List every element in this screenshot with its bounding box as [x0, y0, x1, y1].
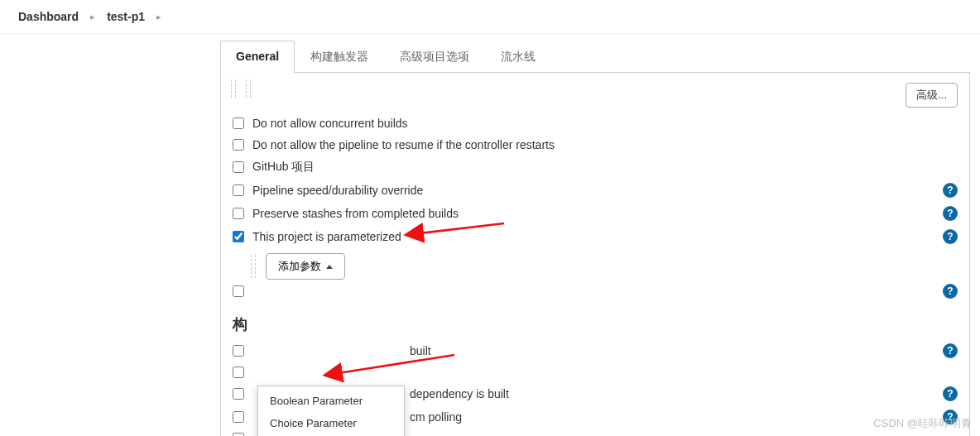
label-preserve-stashes[interactable]: Preserve stashes from completed builds [252, 207, 459, 220]
checkbox-hidden-dep-built[interactable] [233, 388, 244, 400]
label-parameterized[interactable]: This project is parameterized [252, 230, 401, 243]
option-no-resume: Do not allow the pipeline to resume if t… [233, 134, 958, 156]
checkbox-no-concurrent[interactable] [233, 117, 244, 129]
option-speed-override: Pipeline speed/durability override ? [233, 179, 958, 202]
checkbox-parameterized[interactable] [233, 231, 244, 242]
add-parameter-label: 添加参数 [278, 259, 321, 274]
label-no-concurrent[interactable]: Do not allow concurrent builds [252, 117, 408, 130]
drag-handle-icon[interactable] [251, 255, 256, 278]
checkbox-hidden-spacer[interactable] [233, 367, 244, 378]
drag-handle-icon[interactable] [231, 79, 251, 98]
help-icon[interactable]: ? [943, 206, 958, 221]
checkbox-hidden-1[interactable] [233, 285, 244, 297]
help-icon[interactable]: ? [943, 229, 958, 244]
option-parameterized: This project is parameterized ? [233, 225, 958, 248]
chevron-right-icon: ▸ [156, 12, 161, 22]
add-parameter-dropdown: Boolean Parameter Choice Parameter File … [257, 386, 405, 436]
checkbox-hidden-scm-polling[interactable] [233, 411, 244, 423]
help-icon[interactable]: ? [943, 343, 958, 358]
lower-block: ? 构 built ? dependency is built ? cm pol… [233, 280, 958, 436]
caret-up-icon [326, 265, 333, 269]
watermark: CSDN @哇咔咔明青 [873, 416, 972, 431]
checkbox-github-project[interactable] [233, 161, 244, 173]
option-preserve-stashes: Preserve stashes from completed builds ? [233, 202, 958, 225]
label-speed-override[interactable]: Pipeline speed/durability override [252, 184, 423, 197]
checkbox-preserve-stashes[interactable] [233, 208, 244, 219]
advanced-row: 高级... [233, 83, 958, 108]
label-no-resume[interactable]: Do not allow the pipeline to resume if t… [252, 138, 555, 151]
breadcrumb: Dashboard ▸ test-p1 ▸ [0, 0, 980, 34]
config-content: General 构建触发器 高级项目选项 流水线 高级... Do not al… [0, 34, 980, 436]
label-github-project[interactable]: GitHub 项目 [252, 160, 315, 175]
breadcrumb-dashboard[interactable]: Dashboard [13, 7, 84, 26]
label-hidden-scm-polling: cm polling [410, 410, 462, 424]
option-no-concurrent: Do not allow concurrent builds [233, 113, 958, 134]
checkbox-no-resume[interactable] [233, 139, 244, 151]
tab-general[interactable]: General [220, 41, 295, 73]
label-hidden-dep-built: dependency is built [410, 387, 509, 400]
help-icon[interactable]: ? [943, 183, 958, 198]
option-hidden-1: ? [233, 280, 958, 303]
breadcrumb-project[interactable]: test-p1 [102, 7, 150, 26]
svg-line-0 [420, 223, 504, 233]
option-hidden-built: built ? [233, 339, 958, 362]
chevron-right-icon: ▸ [90, 12, 95, 22]
advanced-button[interactable]: 高级... [906, 83, 958, 108]
checkbox-hidden-last[interactable] [233, 433, 244, 436]
checkbox-speed-override[interactable] [233, 184, 244, 196]
label-hidden-built: built [410, 344, 431, 357]
dd-boolean-parameter[interactable]: Boolean Parameter [258, 390, 404, 412]
general-panel: 高级... Do not allow concurrent builds Do … [220, 73, 970, 436]
tab-advanced-project[interactable]: 高级项目选项 [384, 41, 485, 73]
help-icon[interactable]: ? [943, 284, 958, 299]
option-github-project: GitHub 项目 [233, 156, 958, 179]
help-icon[interactable]: ? [943, 386, 958, 401]
tab-build-triggers[interactable]: 构建触发器 [295, 41, 384, 73]
dd-choice-parameter[interactable]: Choice Parameter [258, 412, 404, 434]
checkbox-hidden-built[interactable] [233, 345, 244, 357]
add-parameter-wrap: 添加参数 [251, 253, 958, 280]
tab-pipeline[interactable]: 流水线 [485, 41, 551, 73]
option-hidden-spacer [233, 362, 958, 382]
section-header-build-triggers: 构 [233, 314, 958, 334]
config-tabs: General 构建触发器 高级项目选项 流水线 [220, 41, 970, 73]
add-parameter-button[interactable]: 添加参数 [266, 253, 345, 280]
